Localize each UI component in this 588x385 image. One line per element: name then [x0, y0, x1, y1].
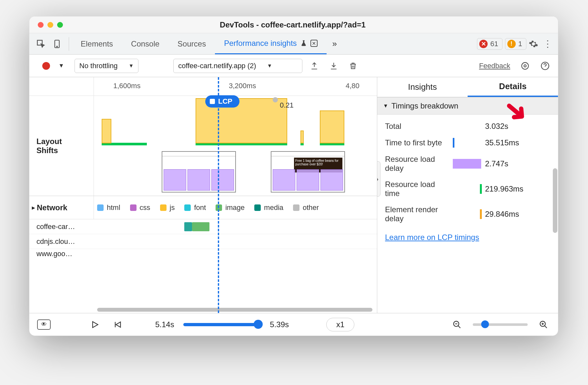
timings-breakdown-header[interactable]: ▼ Timings breakdown — [377, 97, 558, 115]
more-tabs-icon[interactable]: » — [327, 39, 343, 49]
throttling-value: No throttling — [79, 62, 118, 70]
settings-icon[interactable] — [526, 39, 541, 49]
svg-point-3 — [524, 65, 526, 67]
metric-value: 3.032s — [485, 122, 550, 131]
warning-icon: ! — [507, 40, 516, 48]
titlebar: DevTools - coffee-cart.netlify.app/?ad=1 — [29, 16, 558, 33]
error-icon: ✕ — [479, 40, 488, 48]
vertical-scrollbar[interactable] — [553, 100, 557, 310]
warning-count: 1 — [518, 40, 522, 48]
tab-insights[interactable]: Insights — [377, 77, 468, 97]
cls-value: 0.21 — [280, 101, 294, 109]
tab-elements[interactable]: Elements — [72, 33, 122, 54]
shift-bar[interactable] — [320, 110, 344, 143]
current-time: 5.14s — [155, 320, 174, 329]
close-tab-icon[interactable]: ✕ — [310, 40, 318, 47]
tab-sources[interactable]: Sources — [168, 33, 215, 54]
zoom-out-button[interactable] — [450, 318, 464, 331]
network-label[interactable]: ▸ Network — [29, 196, 94, 219]
caret-right-icon: ▸ — [32, 204, 35, 211]
target-select[interactable]: coffee-cart.netlify.app (2) ▼ — [173, 59, 302, 73]
row-label: Layout Shifts — [29, 96, 94, 196]
request-name: coffee-car… — [29, 219, 94, 234]
tab-console[interactable]: Console — [122, 33, 168, 54]
record-button[interactable] — [42, 62, 50, 70]
warning-count-pill[interactable]: ! 1 — [505, 38, 526, 50]
network-row[interactable]: cdnjs.clou… — [29, 234, 377, 249]
record-options-icon[interactable]: ▼ — [58, 62, 64, 69]
tab-label: Console — [131, 39, 159, 48]
legend-image: image — [225, 203, 245, 212]
play-button[interactable] — [88, 318, 102, 331]
lcp-label: LCP — [218, 97, 232, 106]
seek-start-button[interactable] — [111, 318, 124, 331]
details-tabs: Insights Details — [377, 77, 558, 97]
cls-dot[interactable] — [273, 97, 278, 102]
metric-bar — [453, 138, 454, 148]
total-time: 5.39s — [270, 320, 289, 329]
throttling-select[interactable]: No throttling ▼ — [75, 59, 138, 73]
tab-label: Elements — [81, 39, 113, 48]
inspect-element-icon[interactable] — [33, 36, 49, 52]
playback-rate-button[interactable]: x1 — [326, 318, 354, 331]
lcp-marker-badge[interactable]: LCP — [205, 95, 239, 108]
panel-settings-icon[interactable] — [517, 61, 533, 70]
slider-knob[interactable] — [481, 320, 489, 328]
close-window-button[interactable] — [38, 22, 44, 28]
slider-knob[interactable] — [254, 320, 263, 329]
error-count: 61 — [490, 40, 498, 48]
tab-details[interactable]: Details — [468, 77, 558, 97]
metric-key: Resource load delay — [385, 155, 450, 173]
legend-css: css — [140, 203, 150, 212]
legend-font: font — [194, 203, 206, 212]
layout-shifts-track[interactable]: 0.21 Free 1 bag of coffee beans for purc… — [94, 96, 377, 196]
shift-bar[interactable] — [102, 119, 111, 143]
import-icon[interactable] — [326, 62, 341, 70]
network-header-row: ▸ Network html css js font image media o… — [29, 196, 377, 219]
tab-label: Sources — [177, 39, 206, 48]
request-bar[interactable] — [192, 222, 209, 231]
horizontal-scrollbar[interactable] — [97, 308, 372, 312]
rate-label: x1 — [336, 320, 344, 329]
error-count-pill[interactable]: ✕ 61 — [477, 38, 502, 50]
minimize-window-button[interactable] — [47, 22, 53, 28]
metric-bar — [480, 184, 482, 194]
collapse-pane-icon[interactable]: ❯ — [377, 161, 380, 197]
request-bar[interactable] — [184, 222, 192, 231]
body: 1,600ms 3,200ms 4,80 LCP Layout Shifts — [29, 77, 558, 313]
preview-icon[interactable]: 👁 — [37, 319, 51, 330]
zoom-window-button[interactable] — [57, 22, 63, 28]
metric-value: 2.747s — [485, 159, 550, 168]
zoom-slider[interactable] — [473, 323, 528, 326]
tab-label: Insights — [408, 82, 437, 92]
device-toolbar-icon[interactable] — [49, 36, 66, 52]
network-row[interactable]: www.goo… — [29, 249, 377, 264]
metric-key: Time to first byte — [385, 138, 450, 147]
more-menu-icon[interactable]: ⋮ — [541, 38, 555, 49]
metric-value: 219.963ms — [485, 184, 550, 193]
network-row[interactable]: coffee-car… — [29, 219, 377, 234]
time-ruler[interactable]: 1,600ms 3,200ms 4,80 — [29, 77, 377, 96]
feedback-link[interactable]: Feedback — [479, 62, 510, 70]
screenshot-thumbnail[interactable] — [162, 151, 236, 192]
flask-icon — [300, 40, 307, 47]
tab-performance-insights[interactable]: Performance insights ✕ — [215, 33, 326, 54]
window-controls — [38, 22, 63, 28]
legend-media: media — [264, 203, 283, 212]
timeline-pane[interactable]: 1,600ms 3,200ms 4,80 LCP Layout Shifts — [29, 77, 377, 313]
details-pane: ❯ Insights Details ➜ ▼ Timings breakdown… — [377, 77, 558, 313]
tab-label: Performance insights — [224, 39, 297, 48]
shift-bar[interactable] — [300, 130, 304, 143]
metric-value: 29.846ms — [485, 210, 550, 219]
learn-more-link[interactable]: Learn more on LCP timings — [385, 233, 550, 242]
metric-key: Total — [385, 122, 450, 131]
zoom-in-button[interactable] — [537, 318, 550, 331]
target-value: coffee-cart.netlify.app (2) — [178, 62, 256, 70]
help-icon[interactable] — [537, 61, 553, 70]
ruler-tick: 4,80 — [346, 82, 360, 90]
screenshot-thumbnail[interactable]: Free 1 bag of coffee beans for purchase … — [271, 151, 345, 192]
seek-slider[interactable] — [183, 323, 261, 326]
export-icon[interactable] — [307, 62, 322, 70]
svg-marker-6 — [93, 321, 98, 328]
delete-icon[interactable] — [346, 61, 360, 71]
